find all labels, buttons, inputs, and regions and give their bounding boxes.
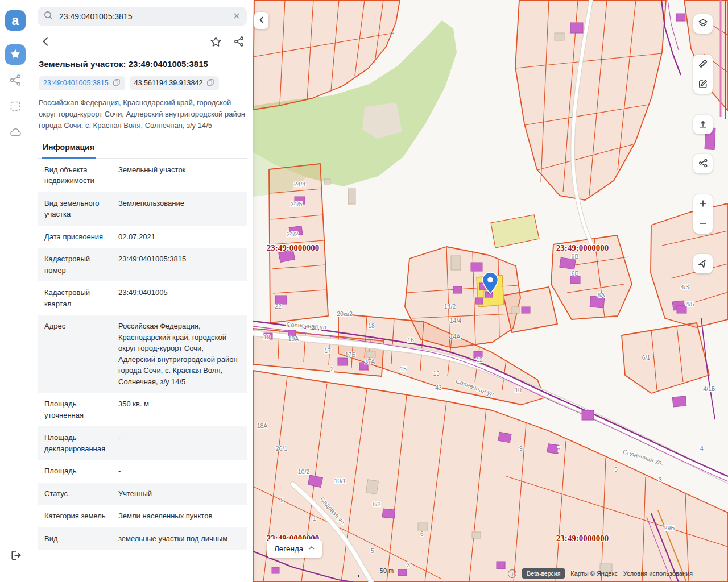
layers-icon — [698, 18, 708, 30]
logout-icon — [10, 549, 22, 563]
table-row: Вид объекта недвижимостиЗемельный участо… — [38, 159, 247, 192]
row-value: 23:49:0401005 — [113, 281, 247, 315]
parcel-number: 17Б — [345, 351, 356, 358]
coordinates-value: 43.561194 39.913842 — [134, 79, 203, 87]
plus-icon — [698, 198, 708, 210]
selection-rail-button[interactable] — [5, 97, 26, 117]
close-icon — [232, 11, 241, 22]
zoom-in-button[interactable] — [693, 194, 713, 214]
table-row: Видземельные участки под личным — [38, 527, 247, 550]
star-icon — [9, 48, 22, 62]
search-input[interactable] — [58, 11, 228, 22]
parcel-number: 4 — [700, 445, 704, 452]
row-label: Статус — [38, 483, 113, 505]
back-button[interactable] — [40, 35, 52, 49]
cadastral-quarter-label: 23:49:0000000 — [556, 243, 609, 252]
objects-rail-button[interactable] — [5, 70, 26, 91]
zoom-out-button[interactable] — [693, 214, 713, 234]
parcel-number: 16 — [407, 336, 414, 343]
scale-label: 50 m — [380, 567, 394, 574]
parcel-number: 4/3 — [681, 284, 689, 290]
row-value: Земельный участок — [113, 159, 247, 192]
terms-link[interactable]: Условия использования — [623, 570, 693, 577]
locate-button[interactable] — [693, 254, 713, 273]
parcel-number: 18А — [257, 422, 268, 429]
table-row: Кадастровый номер23:49:0401005:3815 — [38, 248, 247, 281]
table-row: Площадь уточненная350 кв. м — [38, 393, 247, 426]
row-label: Площадь уточненная — [38, 393, 113, 426]
table-row: Площадь- — [38, 460, 247, 483]
favorites-rail-button[interactable] — [5, 44, 26, 65]
minus-icon — [698, 218, 708, 230]
tab-information[interactable]: Информация — [42, 139, 96, 159]
parcel-number: 24/4 — [294, 181, 306, 188]
share-map-button[interactable] — [693, 154, 713, 173]
share-button[interactable] — [233, 36, 245, 49]
map-canvas[interactable]: 23:49:000000023:49:000000023:49:00000002… — [253, 0, 728, 582]
favorite-button[interactable] — [210, 36, 222, 49]
parcel-number: 2 — [330, 365, 334, 372]
app-logo[interactable]: a — [5, 10, 26, 31]
parcel-number: 4/5 — [686, 301, 694, 307]
row-label: Вид земельного участка — [38, 192, 113, 226]
chips-row: 23:49:0401005:3815 43.561194 39.913842 — [38, 76, 247, 90]
parcel-number: 6А — [598, 292, 605, 298]
table-row: Вид земельного участкаЗемлепользование — [38, 192, 247, 226]
parcel-number: 15 — [400, 365, 407, 372]
chevron-up-icon — [308, 544, 315, 553]
parcel-number: 29Б — [664, 525, 675, 531]
share-icon — [698, 158, 708, 170]
row-label: Вид — [38, 527, 113, 550]
row-value: Учтенный — [113, 483, 247, 505]
parcel-number: 6Б — [572, 270, 579, 277]
street-name-label: Солнечная ул. — [622, 448, 664, 466]
parcel-number: 6/1 — [642, 354, 651, 361]
row-label: Площадь — [38, 460, 113, 483]
copy-cadastral-button[interactable] — [113, 78, 121, 88]
table-row: Дата присвоения02.07.2021 — [38, 226, 247, 248]
parcel-number: 12 — [476, 356, 483, 363]
parcel-number: 24/5 — [291, 201, 303, 207]
row-value: - — [113, 460, 247, 483]
parcel-number: 5 — [371, 547, 374, 554]
collapse-panel-button[interactable] — [254, 12, 268, 29]
parcel-number: 3 — [659, 476, 662, 483]
draw-button[interactable] — [693, 74, 713, 94]
parcel-number: 18 — [368, 322, 375, 329]
app-root: a — [0, 0, 728, 582]
row-label: Дата присвоения — [38, 226, 113, 248]
parcel-number: 17 — [324, 347, 331, 354]
row-value: - — [113, 426, 247, 460]
table-row: Кадастровый квартал23:49:0401005 — [38, 281, 247, 315]
layers-button[interactable] — [693, 14, 713, 34]
row-value: 350 кв. м — [113, 393, 247, 426]
row-value: 23:49:0401005:3815 — [113, 248, 247, 281]
cloud-rail-button[interactable] — [5, 123, 26, 143]
parcel-number: 9 — [519, 445, 523, 452]
logout-button[interactable] — [6, 546, 26, 566]
cadastral-number-link[interactable]: 23:49:0401005:3815 — [43, 79, 109, 87]
measure-button[interactable] — [693, 55, 713, 74]
parcel-number: 22 — [275, 303, 282, 310]
copy-icon — [113, 78, 121, 88]
table-row: Категория земельЗемли населенных пунктов — [38, 505, 247, 527]
copy-coordinates-button[interactable] — [206, 78, 214, 88]
parcel-number: 1 — [313, 515, 316, 522]
info-icon[interactable]: i — [508, 569, 516, 578]
row-label: Площадь декларированная — [38, 426, 113, 460]
map-container: 23:49:000000023:49:000000023:49:00000002… — [253, 0, 728, 582]
parcel-number: 17А — [365, 358, 375, 365]
parcel-number: 43 — [435, 384, 442, 391]
nodes-icon — [9, 74, 22, 88]
edit-icon — [698, 78, 708, 90]
row-value: Земли населенных пунктов — [113, 505, 247, 527]
clear-search-button[interactable] — [232, 11, 241, 22]
parcel-number: 10/1 — [334, 477, 346, 484]
app-logo-letter: a — [12, 13, 19, 28]
upload-button[interactable] — [693, 115, 713, 134]
legend-button[interactable]: Легенда — [267, 539, 322, 558]
page-title: Земельный участок: 23:49:0401005:3815 — [38, 59, 247, 70]
parcel-number: 4/1Б — [703, 385, 715, 392]
parcel-number: 14А — [450, 333, 461, 340]
table-row: Площадь декларированная- — [38, 426, 247, 460]
